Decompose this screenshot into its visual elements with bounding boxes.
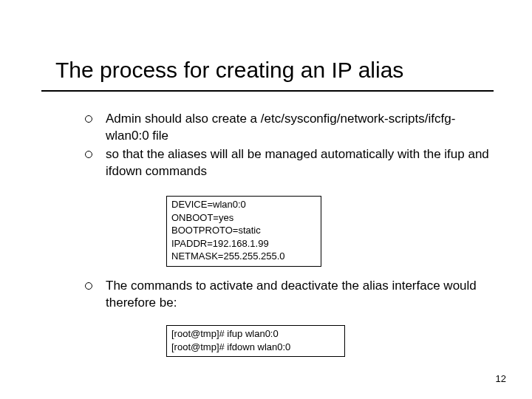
bullet-list-top: Admin should also create a /etc/sysconfi… [85, 111, 495, 182]
bullet-list-bottom: The commands to activate and deactivate … [85, 278, 495, 313]
list-item: The commands to activate and deactivate … [85, 278, 495, 312]
bullet-icon [85, 282, 92, 290]
code-box-config: DEVICE=wlan0:0 ONBOOT=yes BOOTPROTO=stat… [166, 196, 321, 267]
page-number: 12 [496, 373, 506, 384]
list-item: Admin should also create a /etc/sysconfi… [85, 111, 495, 145]
bullet-icon [85, 115, 92, 123]
bullet-text: The commands to activate and deactivate … [106, 278, 495, 312]
page-title: The process for creating an IP alias [55, 58, 499, 82]
code-box-commands: [root@tmp]# ifup wlan0:0 [root@tmp]# ifd… [166, 325, 345, 357]
list-item: so that the aliases will all be managed … [85, 146, 495, 180]
title-underline [41, 90, 494, 92]
bullet-text: so that the aliases will all be managed … [106, 146, 495, 180]
bullet-icon [85, 151, 92, 158]
slide: The process for creating an IP alias Adm… [0, 0, 532, 399]
bullet-text: Admin should also create a /etc/sysconfi… [106, 111, 495, 145]
